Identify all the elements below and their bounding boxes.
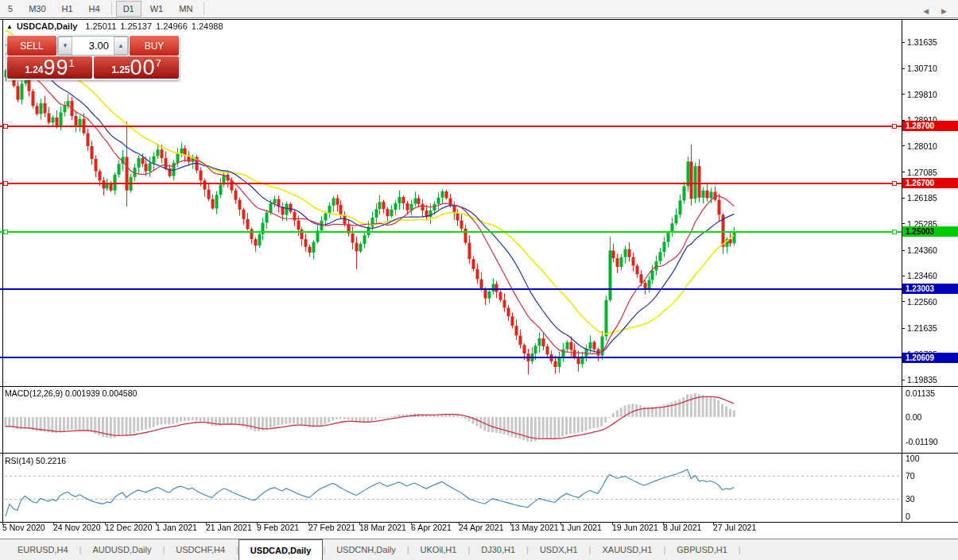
timeframe-button-w1[interactable]: W1 — [143, 1, 171, 17]
chart-area: ▲ USDCAD,Daily 1.25011 1.25137 1.24966 1… — [0, 19, 958, 539]
timeframe-button-d1[interactable]: D1 — [116, 1, 142, 17]
price-tick-label: 1.31635 — [907, 37, 937, 47]
line-anchor-handle[interactable] — [892, 124, 897, 129]
sell-price-sup: 1 — [69, 57, 75, 69]
buy-price-quote[interactable]: 1.25007 — [94, 56, 179, 79]
ohlc-low: 1.24966 — [156, 21, 188, 31]
symbol-tab-usdcnh[interactable]: USDCNH,Daily — [325, 539, 407, 560]
price-tick-label: 1.21635 — [907, 323, 937, 333]
timeframe-button-5[interactable]: 5 — [1, 1, 20, 17]
rsi-axis-label: 100 — [906, 454, 920, 463]
chart-border-top — [0, 19, 958, 20]
timeframe-button-mn[interactable]: MN — [172, 1, 200, 17]
trading-terminal-window: 5M30H1H4D1W1MN ▲ USDCAD,Daily 1.25011 1.… — [0, 0, 958, 560]
toolbar-separator — [111, 2, 112, 15]
time-axis-label: 12 Dec 2020 — [105, 523, 153, 532]
price-tick-label: 1.28010 — [907, 141, 937, 151]
timeframe-button-m30[interactable]: M30 — [21, 1, 52, 17]
price-tick-label: 1.23460 — [907, 271, 937, 280]
line-anchor-handle[interactable] — [892, 181, 897, 186]
price-tick — [902, 223, 905, 224]
one-click-trading-panel: SELL ▼ 3.00 ▲ BUY 1.24991 1.25007 — [6, 35, 180, 80]
buy-price-prefix: 1.25 — [111, 64, 130, 75]
horizontal-level-line-1.23003[interactable] — [0, 288, 902, 290]
price-level-badge: 1.23003 — [902, 284, 958, 294]
price-tick — [902, 276, 905, 276]
symbol-tab-audusd[interactable]: AUDUSD,Daily — [81, 539, 162, 560]
price-level-badge: 1.26700 — [902, 178, 958, 188]
tab-scroll-right-icon[interactable]: ▶ — [941, 7, 947, 15]
line-anchor-handle[interactable] — [3, 230, 8, 234]
symbol-tab-eurusd[interactable]: EURUSD,H4 — [6, 539, 80, 560]
line-anchor-handle[interactable] — [3, 181, 8, 186]
line-anchor-handle[interactable] — [3, 124, 8, 129]
price-tick — [902, 68, 905, 69]
toolbar-separator — [204, 2, 204, 15]
time-axis-label: 19 Jun 2021 — [612, 523, 658, 532]
time-axis-label: 21 Jan 2021 — [206, 523, 252, 532]
symbol-tab-xauusd[interactable]: XAUUSD,H1 — [591, 539, 663, 560]
sell-button[interactable]: SELL — [7, 36, 56, 56]
horizontal-level-line-1.20609[interactable] — [0, 357, 902, 358]
sell-price-prefix: 1.24 — [25, 64, 43, 75]
symbol-tab-gbpusd[interactable]: GBPUSD,H1 — [665, 539, 739, 560]
horizontal-level-line-1.26700[interactable] — [0, 183, 902, 184]
price-level-badge: 1.20609 — [902, 353, 958, 363]
price-tick-label: 1.24360 — [907, 245, 937, 255]
volume-field[interactable]: 3.00 — [72, 37, 114, 55]
timeframe-button-h1[interactable]: H1 — [55, 1, 80, 17]
macd-axis-label: 0.01135 — [906, 388, 935, 398]
price-tick — [902, 380, 905, 380]
tab-scroll-arrows: ◀ ▶ — [923, 0, 947, 21]
chart-canvas[interactable] — [0, 19, 958, 539]
timeframe-toolbar: 5M30H1H4D1W1MN — [0, 0, 958, 18]
price-tick — [902, 198, 905, 199]
rsi-indicator-label: RSI(14) 50.2216 — [5, 456, 66, 465]
time-axis-label: 13 May 2021 — [510, 523, 559, 532]
volume-decrease-icon[interactable]: ▼ — [58, 37, 72, 55]
macd-pane-separator[interactable] — [0, 386, 958, 387]
timeframe-button-h4[interactable]: H4 — [82, 1, 107, 17]
symbol-tab-dj30[interactable]: DJ30,H1 — [470, 539, 526, 560]
price-tick — [902, 328, 905, 329]
line-anchor-handle[interactable] — [892, 230, 897, 234]
buy-price-big: 00 — [130, 57, 156, 78]
macd-axis-label: 0.00 — [906, 412, 921, 422]
horizontal-level-line-1.28700[interactable] — [0, 126, 902, 127]
time-axis-label: 27 Jul 2021 — [713, 523, 756, 532]
ohlc-close: 1.24988 — [192, 21, 223, 31]
symbol-tab-ukoil[interactable]: UKOil,H1 — [409, 539, 468, 560]
horizontal-level-line-1.25003[interactable] — [0, 231, 902, 233]
macd-axis-label: -0.01190 — [906, 437, 938, 446]
price-tick — [902, 145, 905, 146]
volume-increase-icon[interactable]: ▲ — [114, 37, 128, 55]
collapse-panel-icon[interactable]: ▲ — [6, 23, 13, 30]
price-tick — [902, 172, 905, 172]
chart-border-left — [2, 19, 3, 522]
time-axis-label: 9 Feb 2021 — [257, 523, 299, 532]
rsi-axis-label: 30 — [906, 494, 915, 504]
price-tick — [902, 94, 905, 95]
time-axis-label: 8 Jul 2021 — [663, 523, 701, 532]
price-tick-label: 1.26185 — [907, 193, 937, 203]
tab-scroll-left-icon[interactable]: ◀ — [923, 7, 929, 15]
time-axis-label: 27 Feb 2021 — [308, 523, 355, 532]
price-tick — [902, 42, 905, 43]
symbol-tab-usdcad[interactable]: USDCAD,Daily — [239, 539, 323, 560]
price-tick-label: 1.22560 — [907, 297, 937, 307]
sell-price-quote[interactable]: 1.24991 — [7, 56, 92, 79]
chart-title: ▲ USDCAD,Daily 1.25011 1.25137 1.24966 1… — [6, 21, 223, 31]
buy-button[interactable]: BUY — [130, 36, 179, 56]
rsi-axis-label: 0 — [906, 512, 910, 521]
symbol-tab-usdx[interactable]: USDX,H1 — [529, 539, 589, 560]
time-axis-label: 18 Mar 2021 — [359, 523, 406, 532]
rsi-axis-label: 70 — [906, 471, 915, 481]
time-axis-label: 6 Apr 2021 — [411, 523, 452, 532]
price-level-badge: 1.28700 — [902, 121, 958, 131]
rsi-pane-separator[interactable] — [0, 453, 958, 454]
time-axis-label: 24 Apr 2021 — [459, 523, 504, 532]
chart-symbol-label: USDCAD,Daily — [17, 21, 77, 31]
time-axis-label: 1 Jun 2021 — [560, 523, 602, 532]
symbol-tab-usdchf[interactable]: USDCHF,H4 — [165, 539, 236, 560]
symbol-tab-bar: EURUSD,H4|AUDUSD,Daily|USDCHF,H4|USDCAD,… — [0, 539, 958, 560]
